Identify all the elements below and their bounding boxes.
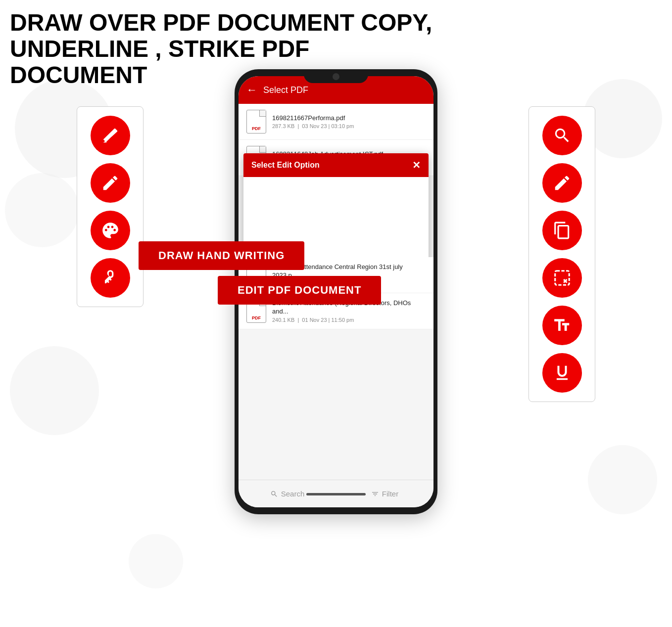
svg-rect-0 xyxy=(555,271,569,285)
selection-button[interactable] xyxy=(542,258,582,298)
pdf-meta-4: 240.1 KB | 01 Nov 23 | 11:50 pm xyxy=(272,317,426,323)
right-toolbar xyxy=(528,106,595,402)
left-toolbar xyxy=(77,106,144,307)
palette-button[interactable] xyxy=(91,211,130,250)
search-button[interactable] xyxy=(542,116,582,155)
eraser-button[interactable] xyxy=(91,116,130,155)
pencil2-button[interactable] xyxy=(542,163,582,203)
edit-pdf-button[interactable]: EDIT PDF DOCUMENT xyxy=(218,276,381,305)
page-title: DRAW OVER PDF DOCUMENT COPY, UNDERLINE ,… xyxy=(10,10,440,88)
underline-button[interactable] xyxy=(542,353,582,393)
dropper-button[interactable] xyxy=(91,258,130,298)
text-button[interactable] xyxy=(542,306,582,345)
draw-handwriting-button[interactable]: DRAW HAND WRITING xyxy=(139,241,304,270)
modal-overlay: Select Edit Option ✕ PDF Biometric atten… xyxy=(239,104,433,507)
copy-button[interactable] xyxy=(542,211,582,250)
modal-title: Select Edit Option xyxy=(251,161,320,170)
pencil-button[interactable] xyxy=(91,163,130,203)
modal-close-button[interactable]: ✕ xyxy=(412,159,421,171)
modal-header: Select Edit Option ✕ xyxy=(243,153,429,177)
